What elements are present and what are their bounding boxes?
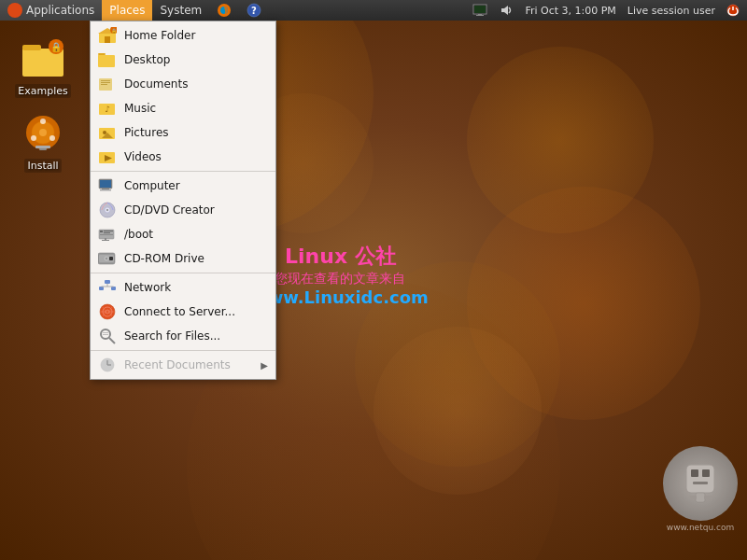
boot-icon <box>98 225 117 244</box>
svg-rect-6 <box>478 14 482 15</box>
separator-3 <box>91 350 275 351</box>
bottom-watermark: www.netqu.com <box>663 446 738 532</box>
netqu-badge <box>663 446 738 521</box>
power-button[interactable] <box>723 0 743 21</box>
svg-rect-38 <box>104 231 113 231</box>
svg-rect-77 <box>686 465 714 493</box>
monitor-icon <box>472 4 487 17</box>
menu-item-recent: Recent Documents ▶ <box>91 353 275 377</box>
watermark-line3: www.Linuxidc.com <box>252 287 429 307</box>
places-menu-button[interactable]: Places <box>102 0 152 21</box>
netqu-icon <box>672 455 728 511</box>
svg-rect-82 <box>689 496 697 499</box>
menu-item-computer[interactable]: Computer <box>91 174 275 198</box>
computer-label: Computer <box>124 179 180 192</box>
system-label: System <box>160 4 202 17</box>
examples-label: Examples <box>15 84 70 98</box>
menu-item-desktop[interactable]: Desktop <box>91 48 275 72</box>
svg-point-25 <box>103 131 106 134</box>
videos-icon <box>98 147 117 166</box>
install-disc-icon <box>21 112 65 157</box>
menu-item-cdrom[interactable]: CD-ROM Drive <box>91 246 275 271</box>
menu-item-search[interactable]: Search for Files... <box>91 324 275 348</box>
svg-rect-40 <box>100 234 113 235</box>
user-menu[interactable]: Live session user <box>624 0 719 21</box>
firefox-icon <box>217 3 232 18</box>
home-folder-label: Home Folder <box>124 29 195 42</box>
documents-icon <box>98 75 117 93</box>
volume-icon <box>499 4 514 17</box>
recent-icon <box>98 356 117 374</box>
menu-item-pictures[interactable]: Pictures <box>91 120 275 145</box>
svg-rect-59 <box>103 332 108 333</box>
volume-indicator[interactable] <box>495 0 517 21</box>
menu-item-home[interactable]: 🔒 Home Folder <box>91 23 275 48</box>
svg-rect-37 <box>100 231 103 232</box>
examples-icon[interactable]: 🔒 Examples <box>9 37 77 98</box>
help-icon: ? <box>247 3 261 18</box>
svg-text:♪: ♪ <box>105 105 110 114</box>
cdrom-icon <box>98 249 117 268</box>
applications-menu[interactable]: Applications <box>0 0 102 21</box>
home-folder-icon: 🔒 <box>98 26 117 45</box>
system-menu[interactable]: System <box>152 0 209 21</box>
videos-label: Videos <box>124 150 162 163</box>
svg-point-46 <box>106 258 107 259</box>
pictures-icon <box>98 123 117 142</box>
svg-rect-75 <box>35 146 50 148</box>
menu-item-cddvd[interactable]: CD/DVD Creator <box>91 198 275 222</box>
firefox-launcher[interactable] <box>209 0 239 21</box>
svg-rect-16 <box>98 55 106 58</box>
search-label: Search for Files... <box>124 329 220 343</box>
menu-item-videos[interactable]: Videos <box>91 145 275 169</box>
documents-label: Documents <box>124 77 188 91</box>
watermark: Linux 公社 您现在查看的文章来自 www.Linuxidc.com <box>252 243 429 307</box>
svg-line-58 <box>109 338 115 343</box>
svg-rect-12 <box>105 36 110 43</box>
menu-item-network[interactable]: Network <box>91 275 275 300</box>
menu-item-documents[interactable]: Documents <box>91 72 275 96</box>
svg-point-74 <box>31 135 36 141</box>
install-label: Install <box>24 159 61 173</box>
menu-item-connect[interactable]: Connect to Server... <box>91 300 275 324</box>
ubuntu-icon <box>7 3 22 18</box>
svg-rect-79 <box>702 469 710 477</box>
svg-rect-41 <box>105 238 106 240</box>
datetime-display[interactable]: Fri Oct 3, 1:00 PM <box>521 0 619 21</box>
menu-item-music[interactable]: ♪ Music <box>91 96 275 120</box>
separator-1 <box>91 171 275 172</box>
svg-rect-32 <box>100 189 111 191</box>
svg-text:🔒: 🔒 <box>50 41 63 53</box>
menu-item-boot[interactable]: /boot <box>91 222 275 246</box>
svg-rect-76 <box>39 148 47 150</box>
svg-rect-49 <box>99 287 104 290</box>
help-launcher[interactable]: ? <box>239 0 269 21</box>
install-icon[interactable]: Install <box>9 112 77 173</box>
boot-label: /boot <box>124 228 153 241</box>
music-icon: ♪ <box>98 99 117 118</box>
svg-rect-17 <box>98 53 106 55</box>
svg-text:🔒: 🔒 <box>111 28 117 35</box>
power-icon <box>726 4 740 17</box>
connect-label: Connect to Server... <box>124 305 235 318</box>
cdrom-label: CD-ROM Drive <box>124 252 204 265</box>
netqu-url: www.netqu.com <box>663 523 738 532</box>
svg-rect-80 <box>693 482 708 484</box>
svg-marker-8 <box>501 6 508 15</box>
examples-folder-icon: 🔒 <box>21 37 65 82</box>
svg-point-73 <box>49 135 55 141</box>
svg-rect-42 <box>102 240 109 241</box>
places-label: Places <box>109 4 145 17</box>
svg-rect-81 <box>696 493 705 502</box>
desktop-label: Desktop <box>124 53 171 66</box>
svg-rect-50 <box>111 287 116 290</box>
svg-rect-47 <box>109 257 113 260</box>
svg-rect-19 <box>101 80 110 81</box>
datetime-text: Fri Oct 3, 1:00 PM <box>525 5 615 17</box>
svg-text:?: ? <box>251 6 257 16</box>
svg-rect-20 <box>101 82 110 83</box>
cddvd-label: CD/DVD Creator <box>124 203 215 217</box>
search-files-icon <box>98 327 117 345</box>
svg-point-71 <box>39 129 47 136</box>
network-icon <box>98 278 117 297</box>
